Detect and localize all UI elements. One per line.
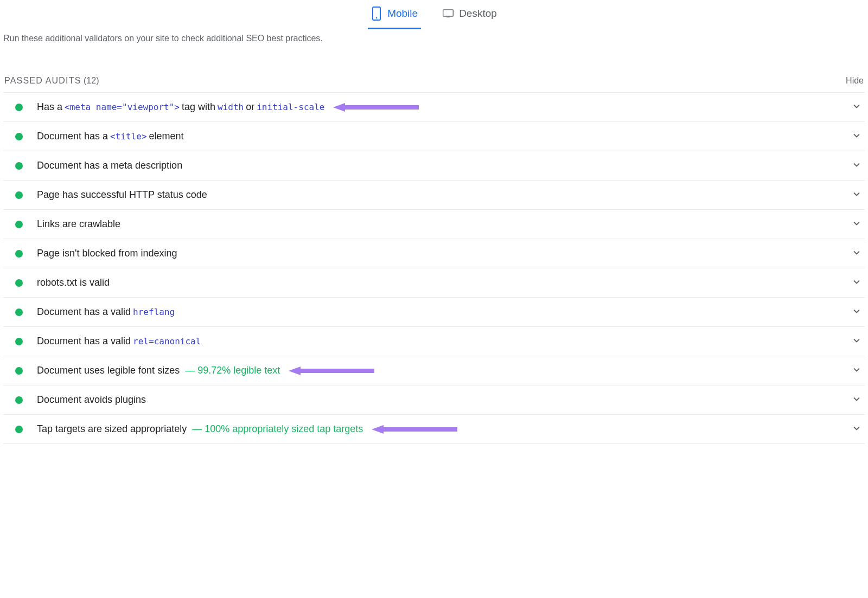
audit-title: Page isn't blocked from indexing [37, 248, 846, 259]
status-pass-icon [15, 279, 23, 287]
audit-title: Links are crawlable [37, 218, 846, 230]
audit-row[interactable]: Document has a valid hreflang [3, 298, 865, 327]
audit-row[interactable]: Links are crawlable [3, 210, 865, 239]
audit-row[interactable]: Document has a valid rel=canonical [3, 327, 865, 356]
audit-title: Document has a meta description [37, 160, 846, 171]
audit-row[interactable]: Document has a meta description [3, 151, 865, 181]
chevron-down-icon [853, 190, 860, 200]
audit-row[interactable]: Tap targets are sized appropriately100% … [3, 415, 865, 444]
status-pass-icon [15, 367, 23, 375]
section-title: Passed Audits [4, 76, 81, 85]
mobile-icon [371, 7, 382, 21]
tab-desktop-label: Desktop [459, 8, 497, 20]
status-pass-icon [15, 250, 23, 258]
tab-desktop[interactable]: Desktop [443, 7, 497, 24]
audit-title: Document uses legible font sizes99.72% l… [37, 365, 846, 376]
chevron-down-icon [853, 395, 860, 405]
chevron-down-icon [853, 249, 860, 259]
chevron-down-icon [853, 220, 860, 229]
passed-audits-header: Passed Audits (12) Hide [3, 76, 865, 92]
audit-row[interactable]: Has a <meta name="viewport"> tag with wi… [3, 93, 865, 122]
status-pass-icon [15, 308, 23, 316]
chevron-down-icon [853, 132, 860, 142]
chevron-down-icon [853, 278, 860, 288]
audit-row[interactable]: Document has a <title> element [3, 122, 865, 151]
status-pass-icon [15, 133, 23, 140]
chevron-down-icon [853, 425, 860, 434]
status-pass-icon [15, 221, 23, 228]
svg-rect-3 [446, 17, 450, 17]
audit-row[interactable]: Page isn't blocked from indexing [3, 239, 865, 268]
audit-title: Document has a valid hreflang [37, 306, 846, 318]
hide-toggle[interactable]: Hide [846, 76, 864, 86]
audit-title: Has a <meta name="viewport"> tag with wi… [37, 101, 846, 113]
chevron-down-icon [853, 337, 860, 346]
desktop-icon [443, 7, 454, 21]
audit-title: robots.txt is valid [37, 277, 846, 288]
status-pass-icon [15, 191, 23, 199]
tab-mobile[interactable]: Mobile [371, 7, 418, 24]
section-count: (12) [84, 76, 99, 85]
section-description: Run these additional validators on your … [3, 34, 865, 43]
audit-row[interactable]: Document avoids plugins [3, 385, 865, 415]
audit-row[interactable]: Page has successful HTTP status code [3, 181, 865, 210]
audit-list: Has a <meta name="viewport"> tag with wi… [3, 92, 865, 444]
chevron-down-icon [853, 102, 860, 112]
svg-rect-2 [443, 10, 454, 16]
audit-row[interactable]: robots.txt is valid [3, 268, 865, 298]
chevron-down-icon [853, 307, 860, 317]
status-pass-icon [15, 104, 23, 111]
tab-mobile-label: Mobile [387, 8, 418, 20]
audit-title: Document has a valid rel=canonical [37, 336, 846, 347]
device-tabs: Mobile Desktop [3, 4, 865, 30]
audit-title: Document has a <title> element [37, 131, 846, 142]
chevron-down-icon [853, 161, 860, 171]
chevron-down-icon [853, 366, 860, 376]
status-pass-icon [15, 338, 23, 345]
audit-metric: 99.72% legible text [185, 365, 280, 376]
audit-title: Tap targets are sized appropriately100% … [37, 423, 846, 435]
audit-title: Document avoids plugins [37, 394, 846, 406]
status-pass-icon [15, 426, 23, 433]
svg-point-1 [376, 17, 378, 19]
status-pass-icon [15, 396, 23, 404]
audit-row[interactable]: Document uses legible font sizes99.72% l… [3, 356, 865, 385]
audit-metric: 100% appropriately sized tap targets [192, 423, 363, 435]
status-pass-icon [15, 162, 23, 170]
audit-title: Page has successful HTTP status code [37, 189, 846, 201]
